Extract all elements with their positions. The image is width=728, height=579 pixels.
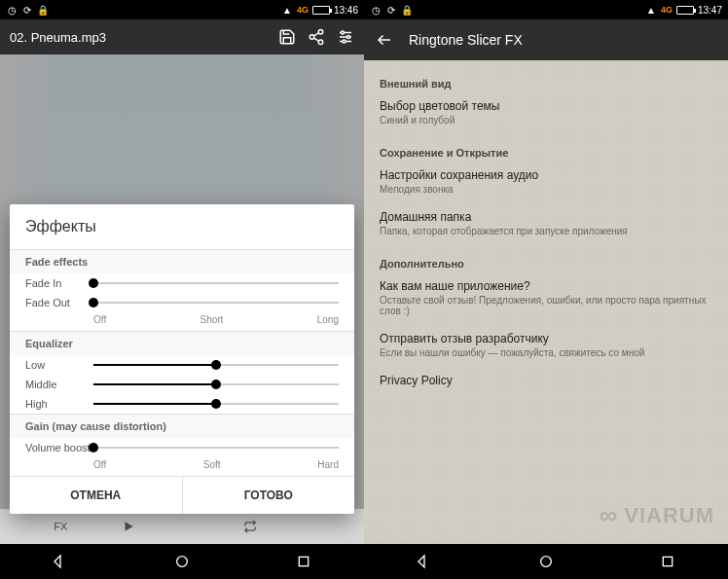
svg-marker-12 — [55, 556, 60, 567]
svg-rect-14 — [299, 557, 308, 565]
clock-text: 13:47 — [698, 5, 722, 16]
recent-icon[interactable] — [296, 554, 311, 569]
item-privacy[interactable]: Privacy Policy — [364, 368, 728, 397]
effects-dialog: Эффекты Fade effects Fade In Fade Out Of… — [10, 204, 354, 514]
svg-line-3 — [313, 38, 318, 41]
cancel-button[interactable]: ОТМЕНА — [10, 477, 182, 514]
status-bar: ◷ ⟳ 🔒 ▲ 4G 13:46 — [0, 0, 364, 19]
back-arrow-icon[interactable] — [376, 31, 393, 49]
fade-header: Fade effects — [10, 249, 354, 273]
dialog-actions: ОТМЕНА ГОТОВО — [10, 476, 354, 514]
svg-point-10 — [343, 40, 346, 43]
loop-button[interactable] — [242, 520, 364, 533]
editor-toolbar: 02. Pneuma.mp3 — [0, 19, 364, 54]
share-icon[interactable] — [308, 28, 325, 46]
fade-out-label: Fade Out — [25, 297, 93, 308]
recent-icon[interactable] — [660, 554, 675, 569]
svg-point-9 — [347, 36, 350, 39]
settings-toolbar: Ringtone Slicer FX — [364, 19, 728, 60]
settings-title: Ringtone Slicer FX — [409, 32, 523, 48]
battery-icon — [312, 6, 330, 15]
sync-icon: ⟳ — [385, 4, 397, 16]
eq-high-label: High — [25, 398, 93, 410]
eq-mid-row: Middle — [10, 375, 354, 394]
network-4g-icon: 4G — [297, 5, 309, 15]
battery-icon — [676, 6, 694, 15]
svg-marker-11 — [125, 522, 132, 530]
item-home-folder[interactable]: Домашняя папка Папка, которая отображает… — [364, 204, 728, 246]
fade-in-label: Fade In — [25, 277, 93, 289]
play-icon — [122, 520, 135, 533]
gain-label: Volume boost — [25, 442, 93, 453]
left-screen: ◷ ⟳ 🔒 ▲ 4G 13:46 02. Pneuma.mp3 Эффекты … — [0, 0, 364, 579]
section-saveopen: Сохранение и Открытие — [364, 135, 728, 163]
fade-ticks: Off Short Long — [10, 312, 354, 331]
eq-mid-label: Middle — [25, 379, 93, 390]
editor-app: 02. Pneuma.mp3 Эффекты Fade effects Fade… — [0, 19, 364, 544]
back-icon[interactable] — [53, 554, 68, 569]
svg-point-17 — [541, 557, 552, 567]
gain-header: Gain (may cause distortion) — [10, 414, 354, 438]
network-4g-icon: 4G — [661, 5, 673, 15]
fade-in-row: Fade In — [10, 273, 354, 293]
fade-out-row: Fade Out — [10, 293, 354, 312]
eq-high-row: High — [10, 394, 354, 414]
eq-low-row: Low — [10, 355, 354, 375]
settings-list[interactable]: Внешний вид Выбор цветовой темы Синий и … — [364, 60, 728, 544]
wifi-icon: ▲ — [645, 4, 657, 16]
waveform-area[interactable]: Эффекты Fade effects Fade In Fade Out Of… — [0, 54, 364, 509]
loop-icon — [242, 520, 258, 533]
infinity-icon: ∞ — [600, 500, 619, 530]
lock-icon: 🔒 — [401, 4, 413, 16]
clock-icon: ◷ — [370, 4, 382, 16]
item-rate[interactable]: Как вам наше приложение? Оставьте свой о… — [364, 273, 728, 326]
save-icon[interactable] — [278, 28, 296, 46]
file-title: 02. Pneuma.mp3 — [10, 30, 267, 45]
nav-bar — [0, 544, 364, 579]
item-save[interactable]: Настройки сохранения аудио Мелодия звонк… — [364, 163, 728, 204]
clock-text: 13:46 — [334, 5, 358, 16]
ok-button[interactable]: ГОТОВО — [182, 477, 355, 514]
section-extra: Дополнительно — [364, 246, 728, 273]
eq-low-slider[interactable] — [93, 364, 339, 366]
back-icon[interactable] — [417, 554, 432, 569]
section-appearance: Внешний вид — [364, 66, 728, 93]
bottom-toolbar: FX — [0, 509, 364, 544]
eq-high-slider[interactable] — [93, 403, 339, 405]
sync-icon: ⟳ — [21, 4, 33, 16]
dialog-title: Эффекты — [10, 204, 354, 249]
fx-button[interactable]: FX — [0, 521, 122, 532]
item-theme[interactable]: Выбор цветовой темы Синий и голубой — [364, 93, 728, 135]
eq-header: Equalizer — [10, 331, 354, 355]
nav-bar — [364, 544, 728, 579]
home-icon[interactable] — [538, 554, 554, 569]
svg-rect-18 — [663, 557, 672, 565]
lock-icon: 🔒 — [37, 4, 49, 16]
gain-slider[interactable] — [93, 447, 339, 449]
home-icon[interactable] — [174, 554, 190, 569]
svg-point-13 — [177, 557, 188, 567]
eq-low-label: Low — [25, 359, 93, 371]
svg-point-0 — [318, 30, 323, 35]
gain-ticks: Off Soft Hard — [10, 457, 354, 476]
right-screen: ◷ ⟳ 🔒 ▲ 4G 13:47 Ringtone Slicer FX Внеш… — [364, 0, 728, 579]
svg-line-4 — [313, 33, 318, 36]
play-button[interactable] — [122, 520, 243, 533]
svg-point-2 — [318, 40, 323, 45]
fade-in-slider[interactable] — [93, 282, 339, 284]
svg-point-8 — [342, 31, 345, 34]
fade-out-slider[interactable] — [93, 302, 339, 304]
watermark: ∞ VIARUM — [600, 500, 714, 530]
item-feedback[interactable]: Отправить отзыв разработчику Если вы наш… — [364, 326, 728, 368]
settings-icon[interactable] — [337, 28, 354, 46]
clock-icon: ◷ — [6, 4, 18, 16]
eq-mid-slider[interactable] — [93, 383, 339, 385]
gain-row: Volume boost — [10, 438, 354, 457]
wifi-icon: ▲ — [281, 4, 293, 16]
svg-point-1 — [309, 35, 314, 40]
svg-marker-16 — [419, 556, 424, 567]
settings-app: Ringtone Slicer FX Внешний вид Выбор цве… — [364, 19, 728, 544]
status-bar: ◷ ⟳ 🔒 ▲ 4G 13:47 — [364, 0, 728, 19]
